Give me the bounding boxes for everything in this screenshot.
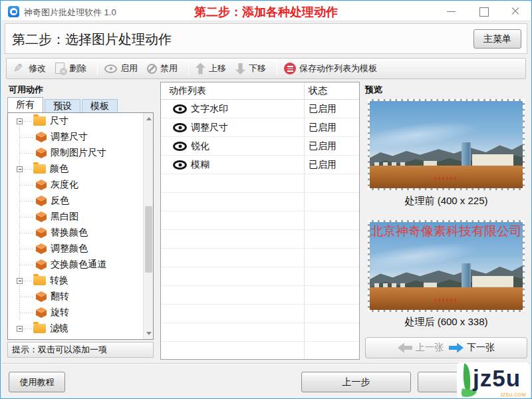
- scrollbar-thumb[interactable]: [145, 206, 152, 273]
- move-down-button[interactable]: 下移: [235, 63, 266, 74]
- column-actions: 动作列表: [169, 85, 206, 97]
- tree-scrollbar[interactable]: [143, 113, 153, 339]
- action-name: 模糊: [191, 159, 209, 171]
- tree-item-limit-size[interactable]: 限制图片尺寸: [8, 145, 153, 161]
- app-title: 神奇图片批处理软件 1.0: [24, 7, 116, 19]
- tutorial-button[interactable]: 使用教程: [9, 372, 65, 392]
- watermark-text: 北京神奇像素科技有限公司: [370, 223, 523, 240]
- enabled-eye-icon: [173, 123, 187, 132]
- tab-presets[interactable]: 预设: [45, 99, 80, 112]
- tree-label: 交换颜色通道: [51, 259, 106, 271]
- tree-label: 调整尺寸: [51, 131, 88, 143]
- action-status: 已启用: [309, 122, 336, 134]
- leaf-icon: [460, 363, 473, 394]
- tab-templates[interactable]: 模板: [82, 99, 118, 112]
- tree-item-replace-color[interactable]: 替换颜色: [8, 225, 153, 241]
- step-banner: 第二步：添加各种处理动作: [194, 4, 338, 20]
- action-cube-icon: [36, 291, 47, 302]
- scroll-down-icon[interactable]: [146, 332, 152, 335]
- arrow-right-icon: [449, 343, 464, 353]
- disable-button[interactable]: 禁用: [147, 63, 178, 74]
- main-menu-button[interactable]: 主菜单: [473, 29, 521, 49]
- action-tree: 尺寸 调整尺寸 限制图片尺寸 颜色 灰度化 反色: [7, 112, 154, 340]
- logo-subtext: JZ5U.COM: [500, 392, 526, 397]
- page-title: 第二步：选择图片处理动作: [12, 31, 172, 49]
- enabled-eye-icon: [173, 160, 187, 170]
- collapse-icon[interactable]: [17, 166, 23, 172]
- tree-folder-size[interactable]: 尺寸: [8, 113, 153, 129]
- action-cube-icon: [36, 132, 47, 142]
- enabled-eye-icon: [173, 104, 187, 114]
- toolbar-separator: [97, 61, 98, 76]
- action-cube-icon: [36, 196, 47, 206]
- enable-label: 启用: [120, 63, 138, 74]
- tree-label: 调整颜色: [51, 243, 88, 255]
- action-row-text-watermark[interactable]: 文字水印 已启用: [161, 100, 359, 118]
- tree-item-flip[interactable]: 翻转: [8, 289, 153, 305]
- action-row-blur[interactable]: 模糊 已启用: [161, 156, 359, 174]
- tree-folder-transform[interactable]: 转换: [8, 273, 153, 289]
- tree-hint-bar: 提示：双击可以添加一项: [7, 342, 154, 358]
- tree-item-swap-channels[interactable]: 交换颜色通道: [8, 257, 153, 273]
- collapse-icon[interactable]: [17, 278, 23, 284]
- prev-image-label: 上一张: [416, 342, 444, 354]
- folder-icon: [33, 276, 46, 285]
- tree-label: 限制图片尺寸: [51, 147, 106, 159]
- tree-label: 替换颜色: [51, 227, 88, 239]
- collapse-icon[interactable]: [17, 326, 23, 332]
- modify-button[interactable]: 修改: [13, 63, 46, 74]
- collapse-icon[interactable]: [17, 118, 23, 124]
- tree-label: 反色: [51, 195, 69, 207]
- delete-button[interactable]: 删除: [55, 63, 86, 74]
- action-cube-icon: [36, 211, 47, 222]
- close-icon[interactable]: [508, 4, 523, 19]
- footer-divider: [1, 363, 531, 364]
- action-name: 调整尺寸: [191, 122, 228, 134]
- preview-after-frame: 北京神奇像素科技有限公司: [368, 220, 525, 312]
- maximize-icon[interactable]: [476, 4, 491, 19]
- eye-slash-icon: [147, 64, 157, 74]
- action-tabs: 所有 预设 模板: [7, 97, 119, 112]
- action-list-header: 动作列表 状态: [161, 82, 359, 100]
- action-row-resize[interactable]: 调整尺寸 已启用: [161, 118, 359, 137]
- action-cube-icon: [36, 148, 47, 158]
- tab-all[interactable]: 所有: [7, 97, 43, 112]
- step-header: 第二步：选择图片处理动作 主菜单: [5, 23, 527, 54]
- before-caption: 处理前 (400 x 225): [363, 195, 529, 207]
- save-template-button[interactable]: 保存动作列表为模板: [284, 63, 377, 74]
- action-rows: 文字水印 已启用 调整尺寸 已启用 锐化 已启用 模糊 已启用: [161, 100, 359, 174]
- tree-folder-color[interactable]: 颜色: [8, 161, 153, 177]
- arrow-up-icon: [196, 63, 205, 74]
- eye-icon: [104, 65, 117, 73]
- scroll-up-icon[interactable]: [146, 117, 152, 120]
- tree-item-bw[interactable]: 黑白图: [8, 209, 153, 225]
- app-icon: [8, 6, 19, 17]
- pencil-icon: [13, 63, 25, 74]
- prev-step-button[interactable]: 上一步: [301, 372, 411, 392]
- save-template-label: 保存动作列表为模板: [299, 63, 377, 74]
- tree-item-invert[interactable]: 反色: [8, 193, 153, 209]
- tree-label: 转换: [50, 275, 68, 287]
- tree-folder-filter[interactable]: 滤镜: [8, 321, 153, 336]
- folder-icon: [33, 164, 46, 174]
- tree-item-rotate[interactable]: 旋转: [8, 305, 153, 321]
- next-image-button[interactable]: 下一张: [449, 342, 495, 354]
- action-cube-icon: [36, 307, 47, 318]
- tree-item-resize[interactable]: 调整尺寸: [8, 129, 153, 145]
- action-cube-icon: [36, 243, 47, 254]
- action-row-sharpen[interactable]: 锐化 已启用: [161, 137, 359, 156]
- tree-item-grayscale[interactable]: 灰度化: [8, 177, 153, 193]
- preview-nav-bar: 上一张 下一张: [365, 337, 527, 358]
- minimize-icon[interactable]: [444, 4, 459, 19]
- action-cube-icon: [36, 259, 47, 270]
- prev-image-button[interactable]: 上一张: [398, 342, 444, 354]
- action-toolbar: 修改 删除 启用 禁用 上移 下移 保存动作列表为模板: [6, 58, 526, 79]
- modify-label: 修改: [29, 63, 46, 74]
- save-template-icon: [284, 63, 296, 74]
- move-up-button[interactable]: 上移: [196, 63, 226, 74]
- tree-item-adjust-color[interactable]: 调整颜色: [8, 241, 153, 257]
- jz5u-logo: jz5u JZ5U.COM: [457, 362, 530, 398]
- tree-label: 颜色: [50, 163, 68, 175]
- folder-icon: [33, 116, 46, 126]
- enable-button[interactable]: 启用: [104, 63, 138, 74]
